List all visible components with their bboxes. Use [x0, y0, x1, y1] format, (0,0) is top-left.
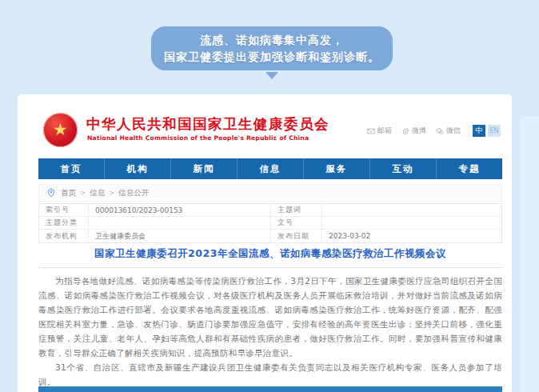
meta-label-subject-words: 主题词: [271, 204, 322, 217]
article-paragraph: 31个省、自治区、直辖市及新疆生产建设兵团卫生健康委有关负责同志以及相关医疗机构…: [38, 360, 502, 389]
meta-value-doc-no: [322, 217, 501, 230]
breadcrumb-separator: >: [109, 189, 114, 197]
article-body: 为指导各地做好流感、诺如病毒感染等传染病医疗救治工作，3月2日下午，国家卫生健康…: [38, 274, 502, 389]
location-pin-icon: [47, 188, 55, 198]
article-title: 国家卫生健康委召开2023年全国流感、诺如病毒感染医疗救治工作视频会议: [38, 247, 502, 261]
nav-item-information[interactable]: 信息: [237, 158, 303, 179]
meta-value-category: [89, 217, 271, 230]
background-stripe: [520, 116, 539, 392]
callout-line-2: 国家卫健委提出要加强诊断和鉴别诊断。: [164, 49, 380, 66]
nav-item-institutions[interactable]: 机构: [104, 158, 170, 179]
site-subtitle: National Health Commission of the People…: [87, 134, 309, 142]
title-divider: [38, 267, 502, 268]
breadcrumb-information[interactable]: 信息: [90, 188, 105, 198]
mail-icon: [367, 127, 375, 135]
language-switch: 中 EN: [473, 125, 501, 137]
nav-item-news[interactable]: 新闻: [170, 158, 237, 179]
meta-label-doc-no: 文号: [271, 217, 322, 230]
breadcrumb: 首页 > 信息 > 信息公开: [38, 184, 502, 202]
nav-item-services[interactable]: 服务: [303, 158, 369, 179]
site-header: ★ 中华人民共和国国家卫生健康委员会 National Health Commi…: [38, 94, 502, 158]
meta-label-publish-date: 发布日期: [271, 230, 322, 242]
header-links: 邮箱 微博 微信: [367, 125, 501, 137]
main-nav: 首页 机构 新闻 信息 服务 互动 专题: [38, 158, 502, 179]
nav-item-interaction[interactable]: 互动: [369, 158, 436, 179]
language-zh-button[interactable]: 中: [473, 125, 485, 137]
breadcrumb-home[interactable]: 首页: [61, 188, 76, 198]
weibo-link[interactable]: 微博: [401, 126, 426, 136]
weibo-icon: [401, 127, 409, 135]
meta-label-index-no: 索引号: [39, 204, 89, 217]
site-title: 中华人民共和国国家卫生健康委员会: [86, 114, 329, 134]
breadcrumb-info-disclosure[interactable]: 信息公开: [118, 188, 149, 198]
callout-bubble: 流感、诺如病毒集中高发， 国家卫健委提出要加强诊断和鉴别诊断。: [151, 26, 393, 70]
meta-value-subject-words: [322, 204, 501, 217]
wechat-link[interactable]: 微信: [436, 126, 461, 136]
nav-item-topics[interactable]: 专题: [436, 158, 502, 179]
meta-label-category: 主题分类: [39, 217, 89, 230]
website-card: ★ 中华人民共和国国家卫生健康委员会 National Health Commi…: [18, 94, 512, 392]
meta-value-index-no: 000013610/2023-00153: [89, 204, 271, 217]
meta-label-issuing-org: 发布机构: [39, 230, 89, 242]
article-paragraph: 为指导各地做好流感、诺如病毒感染等传染病医疗救治工作，3月2日下午，国家卫生健康…: [38, 274, 502, 360]
language-en-button[interactable]: EN: [488, 125, 501, 137]
callout-line-1: 流感、诺如病毒集中高发，: [200, 32, 344, 49]
meta-value-publish-date: 2023-03-02: [322, 230, 501, 242]
breadcrumb-separator: >: [80, 189, 86, 197]
nav-item-home[interactable]: 首页: [38, 158, 104, 179]
wechat-icon: [436, 127, 444, 135]
national-emblem-icon: ★: [43, 113, 78, 147]
page-footer-strip: [38, 386, 502, 392]
mail-link[interactable]: 邮箱: [367, 126, 392, 136]
screenshot-stage: 流感、诺如病毒集中高发， 国家卫健委提出要加强诊断和鉴别诊断。 ★ 中华人民共和…: [0, 0, 539, 392]
meta-value-issuing-org: 卫生健康委员会: [89, 230, 271, 242]
document-meta-table: 索引号 000013610/2023-00153 主题词 主题分类 文号 发布机…: [38, 203, 502, 243]
